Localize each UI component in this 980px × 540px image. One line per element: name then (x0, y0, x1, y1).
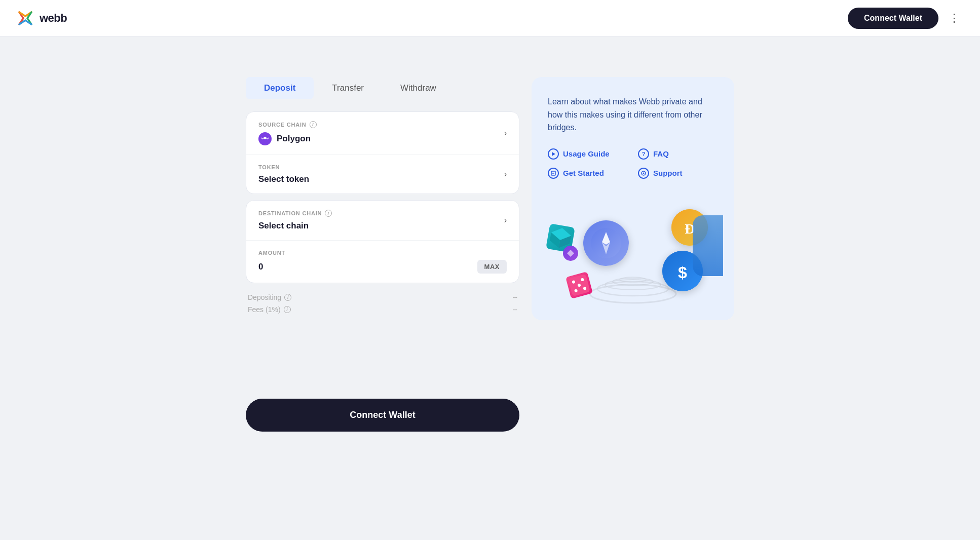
svg-point-6 (597, 282, 668, 296)
connect-wallet-header-button[interactable]: Connect Wallet (848, 8, 938, 29)
depositing-value: -- (513, 293, 517, 301)
info-panel: Learn about what makes Webb private and … (532, 77, 734, 320)
usage-guide-label: Usage Guide (563, 149, 610, 158)
amount-row: AMOUNT MAX (246, 241, 519, 283)
depositing-info-icon: i (284, 294, 291, 301)
source-chain-label: SOURCE CHAIN i (258, 121, 507, 128)
tab-deposit[interactable]: Deposit (246, 77, 314, 99)
amount-label: AMOUNT (258, 250, 507, 256)
source-chain-value: Polygon (258, 132, 507, 145)
usage-guide-icon (548, 148, 559, 160)
source-chain-row[interactable]: SOURCE CHAIN i Polygon › (246, 112, 519, 155)
destination-chain-label: DESTINATION CHAIN i (258, 210, 507, 217)
logo-area: webb (16, 9, 67, 27)
token-row[interactable]: TOKEN Select token › (246, 155, 519, 194)
tabs-container: Deposit Transfer Withdraw (246, 77, 519, 99)
get-started-link[interactable]: Get Started (548, 168, 628, 179)
destination-chain-value: Select chain (258, 221, 507, 231)
support-icon (638, 168, 649, 179)
left-panel: Deposit Transfer Withdraw SOURCE CHAIN i (246, 77, 519, 432)
amount-input-row: MAX (258, 260, 507, 274)
faq-label: FAQ (653, 149, 669, 158)
info-description: Learn about what makes Webb private and … (548, 95, 718, 134)
header-right: Connect Wallet ⋮ (848, 8, 964, 29)
connect-wallet-bottom-button[interactable]: Connect Wallet (246, 399, 519, 432)
more-menu-button[interactable]: ⋮ (945, 10, 964, 27)
token-value: Select token (258, 174, 507, 184)
info-links-grid: Usage Guide ? FAQ Get Started (548, 148, 718, 179)
webb-logo-icon (16, 9, 34, 27)
depositing-row: Depositing i -- (248, 293, 517, 301)
connect-wallet-bottom-area: Connect Wallet (246, 399, 519, 432)
token-label: TOKEN (258, 164, 507, 170)
eth-coin (583, 220, 629, 266)
destination-chain-chevron: › (504, 216, 507, 225)
svg-marker-0 (552, 152, 555, 156)
tab-withdraw[interactable]: Withdraw (382, 77, 455, 99)
fees-value: -- (513, 305, 517, 314)
tab-transfer[interactable]: Transfer (314, 77, 382, 99)
support-label: Support (653, 169, 683, 177)
svg-marker-27 (567, 250, 574, 257)
faq-icon: ? (638, 148, 649, 160)
faq-link[interactable]: ? FAQ (638, 148, 718, 160)
support-link[interactable]: Support (638, 168, 718, 179)
token-chevron: › (504, 170, 507, 179)
usage-guide-link[interactable]: Usage Guide (548, 148, 628, 160)
source-chain-info-icon: i (310, 121, 317, 128)
destination-chain-row[interactable]: DESTINATION CHAIN i Select chain › (246, 201, 519, 241)
source-chain-chevron: › (504, 129, 507, 138)
fees-label: Fees (1%) i (248, 305, 291, 314)
destination-amount-section: DESTINATION CHAIN i Select chain › AMOUN… (246, 200, 519, 283)
source-token-section: SOURCE CHAIN i Polygon › (246, 111, 519, 194)
svg-text:$: $ (678, 263, 687, 282)
get-started-label: Get Started (563, 169, 604, 177)
summary-section: Depositing i -- Fees (1%) i -- (246, 289, 519, 318)
depositing-label: Depositing i (248, 293, 291, 301)
logo-text: webb (40, 12, 67, 25)
fees-row: Fees (1%) i -- (248, 305, 517, 314)
crypto-illustration: Ð $ (548, 195, 718, 306)
amount-input[interactable] (258, 262, 360, 272)
svg-point-4 (643, 172, 645, 174)
polygon-icon (258, 132, 272, 145)
purple-coin (563, 246, 578, 261)
main-content: Deposit Transfer Withdraw SOURCE CHAIN i (0, 36, 980, 472)
max-button[interactable]: MAX (477, 260, 507, 274)
overflow-element (693, 215, 723, 276)
header: webb Connect Wallet ⋮ (0, 0, 980, 36)
get-started-icon (548, 168, 559, 179)
destination-chain-info-icon: i (325, 210, 332, 217)
fees-info-icon: i (284, 306, 291, 313)
